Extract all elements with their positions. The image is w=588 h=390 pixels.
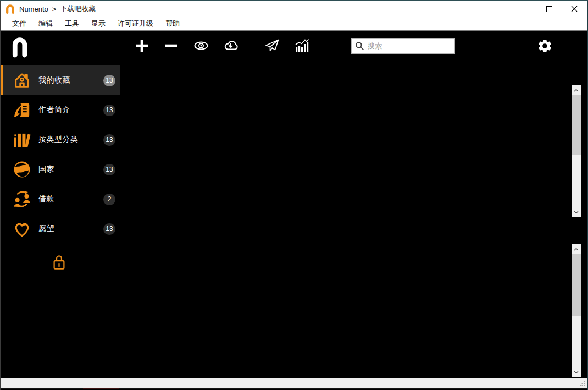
remove-button[interactable] <box>160 35 182 57</box>
sidebar-item-countries[interactable]: 国家 13 <box>1 155 120 184</box>
scrollbar-vertical[interactable] <box>572 244 581 377</box>
count-badge: 13 <box>103 75 115 86</box>
scroll-up-button[interactable] <box>572 85 581 95</box>
scroll-up-button[interactable] <box>572 244 581 254</box>
toolbar <box>120 31 587 61</box>
menu-file[interactable]: 文件 <box>6 17 32 30</box>
add-icon <box>134 38 149 53</box>
chevron-down-icon <box>574 211 579 214</box>
menu-tools[interactable]: 工具 <box>59 17 85 30</box>
remove-icon <box>164 38 179 53</box>
statistics-button[interactable] <box>291 35 313 57</box>
scroll-down-button[interactable] <box>572 367 581 377</box>
toolbar-separator <box>252 37 252 54</box>
sidebar-item-label: 作者简介 <box>38 105 70 115</box>
chevron-up-icon <box>574 248 579 251</box>
count-badge: 13 <box>103 134 115 146</box>
background-window-edge <box>1 388 587 389</box>
sidebar-item-label: 按类型分类 <box>38 135 79 145</box>
collection-list-panel[interactable] <box>126 85 581 217</box>
books-icon <box>12 129 32 150</box>
breadcrumb-separator: > <box>52 5 57 13</box>
send-icon <box>264 38 280 53</box>
count-badge: 2 <box>103 194 115 205</box>
sidebar: 我的收藏 13 作者简介 13 <box>1 31 120 378</box>
numento-logo-icon <box>5 4 15 14</box>
search-icon <box>355 41 364 51</box>
cloud-download-button[interactable] <box>220 35 242 57</box>
add-button[interactable] <box>131 35 153 57</box>
minimize-button[interactable] <box>511 1 536 17</box>
home-icon <box>12 70 32 91</box>
maximize-button[interactable] <box>536 1 562 17</box>
sidebar-item-loans[interactable]: 借款 2 <box>1 184 120 214</box>
window-title: Numento > 下载吧收藏 <box>19 4 96 14</box>
sidebar-item-wishlist[interactable]: 愿望 13 <box>1 214 120 244</box>
titlebar: Numento > 下载吧收藏 <box>1 1 587 17</box>
globe-icon <box>12 159 32 180</box>
scroll-down-button[interactable] <box>572 207 581 217</box>
minimize-icon <box>521 9 527 9</box>
background-window-fragment <box>83 388 119 389</box>
numento-logo-white-icon <box>12 35 28 58</box>
lock-icon <box>52 254 66 271</box>
count-badge: 13 <box>103 223 115 235</box>
document-title: 下载吧收藏 <box>60 4 96 14</box>
close-button[interactable] <box>562 1 587 17</box>
statusbar-separator <box>576 379 576 387</box>
sidebar-item-my-collection[interactable]: 我的收藏 13 <box>1 65 120 95</box>
heart-icon <box>12 218 32 239</box>
settings-button[interactable] <box>535 36 554 55</box>
sidebar-logo <box>1 31 120 64</box>
scrollbar-vertical[interactable] <box>572 85 581 217</box>
menu-edit[interactable]: 编辑 <box>32 17 59 30</box>
menu-help[interactable]: 帮助 <box>159 17 186 30</box>
search-box <box>351 38 455 54</box>
people-exchange-icon <box>12 189 32 210</box>
detail-list-panel[interactable] <box>126 244 581 377</box>
count-badge: 13 <box>103 164 115 175</box>
resize-grip-icon[interactable] <box>579 381 585 387</box>
scrollbar-thumb[interactable] <box>572 254 581 316</box>
sidebar-item-label: 愿望 <box>38 224 54 234</box>
settings-icon <box>537 38 553 54</box>
license-lock[interactable] <box>52 254 66 273</box>
menubar: 文件 编辑 工具 显示 许可证升级 帮助 <box>1 17 587 31</box>
send-button[interactable] <box>261 35 283 57</box>
numento-window: Numento > 下载吧收藏 文件 编辑 工具 显示 许可证升级 帮助 <box>0 0 588 390</box>
panels-divider <box>120 222 587 222</box>
panels-area <box>120 61 587 378</box>
maximize-icon <box>546 6 552 12</box>
cloud-download-icon <box>223 38 238 53</box>
sidebar-item-authors[interactable]: 作者简介 13 <box>1 95 120 125</box>
close-icon <box>571 6 578 12</box>
chevron-up-icon <box>574 89 579 92</box>
window-controls <box>511 1 587 17</box>
count-badge: 13 <box>103 105 115 116</box>
sidebar-nav: 我的收藏 13 作者简介 13 <box>1 65 120 244</box>
statistics-icon <box>294 38 309 53</box>
view-button[interactable] <box>190 35 212 57</box>
chevron-down-icon <box>574 371 579 374</box>
sidebar-item-label: 国家 <box>38 164 54 174</box>
app-name: Numento <box>19 5 48 13</box>
scrollbar-thumb[interactable] <box>572 95 581 155</box>
search-input[interactable] <box>368 42 451 50</box>
menu-license-upgrade[interactable]: 许可证升级 <box>112 17 159 30</box>
main-area <box>120 31 587 378</box>
author-quill-icon <box>12 100 32 120</box>
sidebar-item-by-type[interactable]: 按类型分类 13 <box>1 125 120 155</box>
sidebar-item-label: 借款 <box>38 194 54 204</box>
menu-view[interactable]: 显示 <box>85 17 112 30</box>
view-icon <box>193 38 209 53</box>
content-area: 我的收藏 13 作者简介 13 <box>1 31 587 378</box>
statusbar <box>1 378 587 388</box>
sidebar-item-label: 我的收藏 <box>38 75 70 85</box>
